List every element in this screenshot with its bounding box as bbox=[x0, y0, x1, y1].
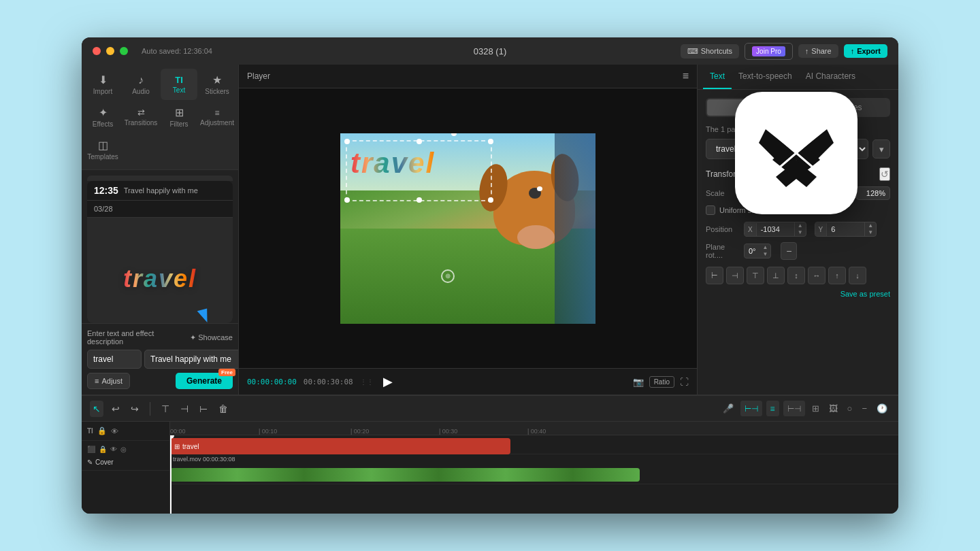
ai-generate-section: Enter text and effect description ✦ Show… bbox=[82, 323, 238, 395]
shortcuts-button[interactable]: ⌨ Shortcuts bbox=[681, 44, 739, 59]
uniform-scale-checkbox[interactable] bbox=[706, 205, 715, 215]
tl-split-btn[interactable]: ⊤ bbox=[159, 401, 172, 417]
tool-audio[interactable]: ♪ Audio bbox=[122, 69, 159, 100]
selection-handle-bm[interactable] bbox=[416, 197, 422, 203]
tl-r2-btn[interactable]: ≡ bbox=[766, 401, 779, 416]
y-down-arrow[interactable]: ▼ bbox=[865, 229, 876, 236]
player-title: Player bbox=[247, 71, 270, 81]
tool-effects[interactable]: ✦ Effects bbox=[84, 101, 121, 133]
export-button[interactable]: ↑ Export bbox=[844, 44, 887, 58]
player-menu-icon[interactable]: ≡ bbox=[683, 70, 689, 82]
video-hide-icon: ◎ bbox=[120, 446, 127, 453]
title-bar-actions: ⌨ Shortcuts Join Pro ↑ Share ↑ Export bbox=[681, 43, 887, 60]
tool-text[interactable]: TI Text bbox=[161, 69, 197, 100]
ruler-mark-10: | 00:10 bbox=[259, 428, 277, 435]
auto-captions-btn[interactable]: ▶ Auto captions bbox=[87, 176, 233, 181]
align-top-btn[interactable]: ⊥ bbox=[767, 267, 785, 284]
x-axis-label: X bbox=[745, 223, 757, 236]
tl-r6-btn[interactable]: ○ bbox=[845, 401, 855, 416]
ai-actions: ≡ Adjust Generate Free bbox=[87, 373, 233, 389]
join-pro-button[interactable]: Join Pro bbox=[745, 43, 793, 60]
tl-r1-btn[interactable]: ⊢⊣ bbox=[740, 401, 762, 416]
tl-r4-btn[interactable]: ⊞ bbox=[809, 401, 822, 416]
video-eye-icon: 👁 bbox=[110, 446, 117, 453]
tool-stickers[interactable]: ★ Stickers bbox=[199, 69, 235, 100]
x-down-arrow[interactable]: ▼ bbox=[795, 229, 806, 236]
effects-icon: ✦ bbox=[99, 106, 108, 119]
tool-filters[interactable]: ⊞ Filters bbox=[161, 101, 197, 133]
generate-button[interactable]: Generate Free bbox=[176, 373, 233, 389]
ruler-mark-40: | 00:40 bbox=[527, 428, 546, 435]
ratio-button[interactable]: Ratio bbox=[649, 376, 674, 388]
y-axis-label: Y bbox=[815, 223, 828, 236]
tab-ai-characters[interactable]: AI Characters bbox=[799, 65, 862, 89]
align-center-v-btn[interactable]: ↕ bbox=[787, 267, 805, 284]
tl-clock-btn[interactable]: 🕐 bbox=[874, 401, 890, 416]
move-handle[interactable]: ⊕ bbox=[441, 269, 455, 283]
adjust-button[interactable]: ≡ Adjust bbox=[87, 373, 130, 389]
tl-redo-btn[interactable]: ↪ bbox=[128, 401, 142, 417]
save-preset-btn[interactable]: Save as preset bbox=[706, 290, 890, 298]
share-button[interactable]: ↑ Share bbox=[798, 44, 838, 58]
adjust-icon: ≡ bbox=[95, 377, 99, 385]
scale-value-input[interactable] bbox=[856, 186, 890, 200]
lock-icon: 🔒 bbox=[97, 427, 107, 435]
align-left-btn[interactable]: ⊢ bbox=[706, 267, 723, 284]
x-up-arrow[interactable]: ▲ bbox=[795, 222, 806, 229]
player-controls: 00:00:00:00 00:00:30:08 ⋮⋮ ▶ 📷 Ratio ⛶ bbox=[239, 368, 697, 395]
playhead[interactable] bbox=[170, 435, 172, 514]
y-up-arrow[interactable]: ▲ bbox=[865, 222, 876, 229]
right-panel-tabs: Text Text-to-speech AI Characters bbox=[698, 65, 898, 90]
tab-text[interactable]: Text bbox=[703, 65, 732, 89]
timeline-ruler-area: 00:00 | 00:10 | 00:20 | 00:30 | 00:40 ⊞ bbox=[170, 422, 898, 514]
export-icon: ↑ bbox=[851, 47, 855, 55]
audio-icon: ♪ bbox=[138, 74, 144, 86]
tl-trim-right-btn[interactable]: ⊢ bbox=[197, 401, 210, 417]
tl-r5-btn[interactable]: 🖼 bbox=[826, 401, 840, 416]
dropdown-arrow-btn[interactable]: ▾ bbox=[872, 139, 890, 158]
tl-trim-left-btn[interactable]: ⊣ bbox=[178, 401, 191, 417]
tl-cursor-btn[interactable]: ↖ bbox=[90, 401, 103, 417]
close-button[interactable] bbox=[93, 47, 101, 55]
tool-templates[interactable]: ◫ Templates bbox=[84, 134, 121, 165]
plane-value: 0° bbox=[745, 244, 760, 258]
auto-saved-label: Auto saved: 12:36:04 bbox=[142, 47, 212, 55]
plane-down-arrow[interactable]: ▼ bbox=[760, 251, 771, 258]
maximize-button[interactable] bbox=[120, 47, 128, 55]
distribute-h-btn[interactable]: ↑ bbox=[828, 267, 846, 284]
fullscreen-button[interactable]: ⛶ bbox=[680, 377, 689, 387]
tl-undo-btn[interactable]: ↩ bbox=[109, 401, 122, 417]
align-right-btn[interactable]: ⊤ bbox=[747, 267, 764, 284]
eye-icon: 👁 bbox=[111, 427, 118, 435]
plane-input: 0° ▲ ▼ bbox=[744, 244, 771, 258]
video-clip-info: travel.mov 00:00:30:08 bbox=[170, 454, 898, 464]
tab-text-to-speech[interactable]: Text-to-speech bbox=[732, 65, 799, 89]
tool-import[interactable]: ⬇ Import bbox=[84, 69, 121, 100]
x-coord-input: X -1034 ▲ ▼ bbox=[744, 222, 806, 237]
align-bottom-btn[interactable]: ↔ bbox=[808, 267, 826, 284]
ai-text-input[interactable] bbox=[87, 350, 142, 369]
plane-minus-btn[interactable]: − bbox=[781, 242, 797, 260]
align-center-h-btn[interactable]: ⊣ bbox=[726, 267, 744, 284]
plane-up-arrow[interactable]: ▲ bbox=[760, 244, 771, 251]
text-clip[interactable]: ⊞ travel bbox=[170, 438, 510, 454]
transform-reset-btn[interactable]: ↺ bbox=[879, 167, 890, 181]
tl-delete-btn[interactable]: 🗑 bbox=[216, 401, 231, 417]
showcase-button[interactable]: ✦ Showcase bbox=[190, 333, 233, 342]
tl-r3-btn[interactable]: ⊢⊣ bbox=[783, 401, 805, 416]
play-button[interactable]: ▶ bbox=[380, 374, 395, 389]
tl-r7-btn[interactable]: − bbox=[859, 401, 870, 416]
selection-handle-bl[interactable] bbox=[344, 197, 350, 203]
cover-text: Cover bbox=[95, 458, 114, 466]
title-bar: Auto saved: 12:36:04 0328 (1) ⌨ Shortcut… bbox=[82, 37, 898, 65]
showcase-star-icon: ✦ bbox=[190, 333, 196, 342]
tool-adjustment[interactable]: ≡ Adjustment bbox=[199, 101, 235, 133]
screenshot-button[interactable]: 📷 bbox=[633, 377, 644, 387]
tool-transitions[interactable]: ⇄ Transitions bbox=[122, 101, 159, 133]
position-row: Position X -1034 ▲ ▼ Y 6 ▲ bbox=[706, 222, 890, 237]
tl-mic-btn[interactable]: 🎤 bbox=[720, 401, 736, 416]
app-logo-svg bbox=[755, 119, 837, 187]
center-panel: Player ≡ bbox=[238, 65, 698, 395]
minimize-button[interactable] bbox=[106, 47, 114, 55]
distribute-v-btn[interactable]: ↓ bbox=[849, 267, 866, 284]
